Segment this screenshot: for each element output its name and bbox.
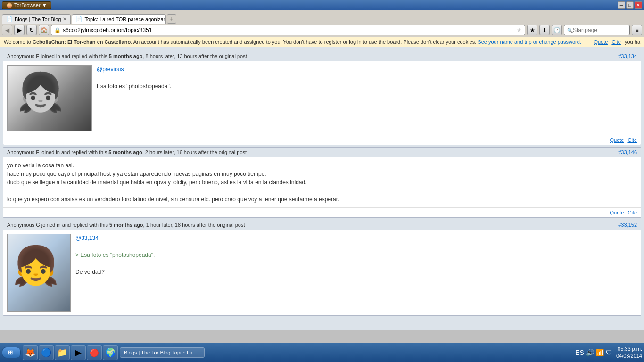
notice-quote-link[interactable]: Quote bbox=[594, 39, 608, 45]
post-e-id[interactable]: #33,134 bbox=[618, 53, 637, 59]
post-f-line2: hace muy poco que cayó el principal host… bbox=[7, 171, 266, 177]
post-e-image bbox=[7, 65, 92, 131]
notice-text: Welcome to CebollaChan: El Tor-chan en C… bbox=[4, 39, 581, 45]
back-button[interactable]: ◀ bbox=[2, 25, 12, 35]
post-e-meta: Anonymous E joined in and replied with t… bbox=[7, 53, 247, 59]
tab-favicon: 📄 bbox=[6, 16, 13, 22]
post-e-content: Esa foto es "photoshopeada". bbox=[97, 83, 171, 90]
maximize-button[interactable]: □ bbox=[626, 1, 634, 9]
notice-suffix: . An account has automatically been crea… bbox=[131, 39, 476, 45]
post-g-avatar bbox=[8, 234, 70, 311]
post-f-id[interactable]: #33,146 bbox=[618, 149, 637, 155]
title-bar: 🧅 TorBrowser ▼ ─ □ ✕ bbox=[0, 0, 644, 10]
tab-label-active: Topic: La red TOR parece agonizante ... bbox=[84, 16, 166, 22]
home-button[interactable]: 🏠 bbox=[39, 25, 49, 35]
post-e-footer: Quote Cite bbox=[3, 135, 641, 145]
tab-favicon-active: 📄 bbox=[76, 16, 83, 22]
tor-browser-label: TorBrowser bbox=[14, 2, 41, 8]
post-g: Anonymous G joined in and replied with t… bbox=[3, 220, 641, 316]
notice-you-text: you ha bbox=[625, 39, 640, 45]
post-f-line3: dudo que se llegue a la cantidad de mate… bbox=[7, 179, 307, 186]
post-f: Anonymous F joined in and replied with t… bbox=[3, 147, 641, 218]
post-g-id[interactable]: #33,152 bbox=[618, 222, 637, 228]
post-f-footer: Quote Cite bbox=[3, 207, 641, 217]
notice-prefix: Welcome to bbox=[4, 39, 33, 45]
tab-bar: 📄 Blogs | The Tor Blog ✕ 📄 Topic: La red… bbox=[0, 10, 644, 24]
post-g-image bbox=[7, 234, 71, 312]
site-name: CebollaChan: El Tor-chan en Castellano bbox=[33, 39, 131, 45]
history-button[interactable]: 🕐 bbox=[552, 25, 562, 35]
post-g-quote-text: > Esa foto es "photoshopeada". bbox=[75, 252, 155, 258]
post-e-reply-link[interactable]: @previous bbox=[97, 66, 124, 73]
notice-bar: Welcome to CebollaChan: El Tor-chan en C… bbox=[0, 37, 644, 47]
bookmark-button[interactable]: ★ bbox=[527, 25, 537, 35]
startpage-icon: 🔍 bbox=[567, 28, 573, 33]
tor-logo: 🧅 bbox=[6, 2, 13, 8]
forward-button[interactable]: ▶ bbox=[14, 25, 25, 35]
title-bar-left: 🧅 TorBrowser ▼ bbox=[2, 1, 51, 9]
post-g-reply-link[interactable]: @33,134 bbox=[75, 235, 99, 241]
address-bar-container: 🔒 ★ bbox=[51, 25, 525, 35]
notice-cite-link[interactable]: Cite bbox=[611, 39, 621, 45]
post-f-quote[interactable]: Quote bbox=[610, 210, 624, 215]
post-e-body: @previous Esa foto es "photoshopeada". bbox=[3, 61, 641, 135]
notice-actions: Quote Cite you ha bbox=[594, 39, 640, 45]
post-e-avatar bbox=[8, 66, 91, 131]
minimize-button[interactable]: ─ bbox=[618, 1, 625, 9]
menu-button[interactable]: ≡ bbox=[632, 25, 642, 35]
tor-dropdown-arrow: ▼ bbox=[42, 2, 47, 8]
window-controls: ─ □ ✕ bbox=[618, 1, 642, 9]
post-f-header: Anonymous F joined in and replied with t… bbox=[3, 148, 641, 157]
post-e-cite[interactable]: Cite bbox=[627, 137, 637, 143]
post-e-quote[interactable]: Quote bbox=[610, 137, 624, 143]
tor-browser-button[interactable]: 🧅 TorBrowser ▼ bbox=[2, 1, 51, 9]
post-e-header: Anonymous E joined in and replied with t… bbox=[3, 51, 641, 61]
refresh-button[interactable]: ↻ bbox=[26, 25, 37, 35]
post-f-meta: Anonymous F joined in and replied with t… bbox=[7, 149, 247, 155]
tab-label: Blogs | The Tor Blog bbox=[15, 16, 61, 22]
close-button[interactable]: ✕ bbox=[635, 1, 642, 9]
post-f-line1: yo no veria la cosa tan asi. bbox=[7, 162, 74, 169]
main-content: Anonymous E joined in and replied with t… bbox=[0, 47, 644, 330]
notice-link[interactable]: See your name and trip or change passwor… bbox=[478, 39, 581, 45]
post-f-line4: lo que yo espero con ansias es un verdad… bbox=[7, 196, 339, 203]
nav-bar: ◀ ▶ ↻ 🏠 🔒 ★ ★ ⬇ 🕐 🔍 ≡ bbox=[0, 24, 644, 37]
post-f-text: yo no veria la cosa tan asi. hace muy po… bbox=[7, 161, 637, 204]
post-g-text: @33,134 > Esa foto es "photoshopeada". D… bbox=[75, 234, 637, 312]
download-button[interactable]: ⬇ bbox=[539, 25, 550, 35]
star-icon: ★ bbox=[517, 27, 522, 33]
post-g-content: De verdad? bbox=[75, 269, 105, 275]
post-f-cite[interactable]: Cite bbox=[627, 210, 637, 215]
post-g-header: Anonymous G joined in and replied with t… bbox=[3, 220, 641, 230]
post-e: Anonymous E joined in and replied with t… bbox=[3, 51, 641, 145]
address-input[interactable] bbox=[63, 27, 517, 33]
post-g-body: @33,134 > Esa foto es "photoshopeada". D… bbox=[3, 230, 641, 315]
search-input[interactable] bbox=[573, 27, 620, 33]
post-f-body: yo no veria la cosa tan asi. hace muy po… bbox=[3, 157, 641, 207]
security-icon: 🔒 bbox=[54, 27, 61, 33]
tab-close-button[interactable]: ✕ bbox=[63, 16, 66, 22]
post-g-meta: Anonymous G joined in and replied with t… bbox=[7, 222, 245, 228]
post-e-text: @previous Esa foto es "photoshopeada". bbox=[97, 65, 637, 131]
tab-topic[interactable]: 📄 Topic: La red TOR parece agonizante ..… bbox=[72, 14, 166, 24]
tab-blogs[interactable]: 📄 Blogs | The Tor Blog ✕ bbox=[2, 14, 71, 24]
search-bar-container: 🔍 bbox=[564, 25, 630, 35]
new-tab-button[interactable]: + bbox=[167, 14, 176, 24]
